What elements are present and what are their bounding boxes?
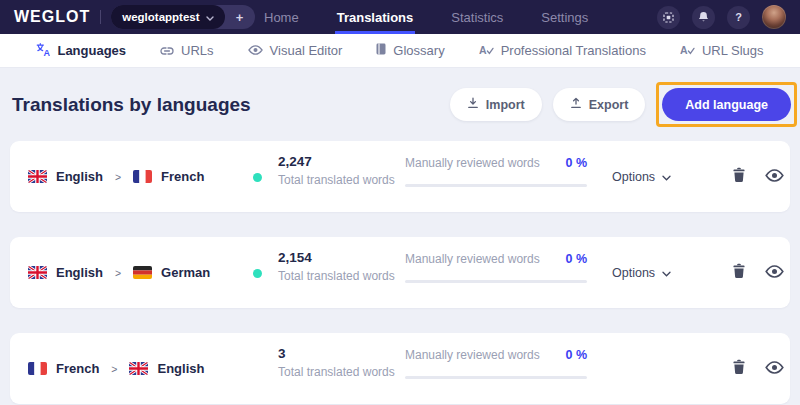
language-pair: English > German <box>28 237 210 308</box>
link-icon <box>160 43 174 58</box>
chevron-down-icon <box>662 170 671 184</box>
book-icon <box>376 43 386 58</box>
flag-uk-icon <box>28 170 47 183</box>
translations-subnav: A Languages URLs Visual Editor Glossary … <box>0 34 800 68</box>
avatar[interactable] <box>762 5 786 29</box>
reviewed-progress-bar <box>405 280 587 283</box>
options-dropdown[interactable]: Options <box>612 141 671 212</box>
flag-fr-icon <box>28 362 47 375</box>
main-content: Translations by languages Import Export … <box>0 68 800 405</box>
svg-text:A: A <box>680 44 688 55</box>
language-rows: English > French 2,247 Total translated … <box>0 141 800 404</box>
export-button[interactable]: Export <box>553 88 646 121</box>
main-nav: Home Translations Statistics Settings <box>264 0 588 34</box>
pair-separator: > <box>115 267 121 279</box>
pair-separator: > <box>115 171 121 183</box>
nav-item-home[interactable]: Home <box>264 0 299 34</box>
language-row-french-english: French > English 3 Total translated word… <box>10 333 790 404</box>
options-label: Options <box>612 170 655 184</box>
view-eye-icon[interactable] <box>765 361 784 377</box>
nav-item-translations[interactable]: Translations <box>337 0 414 34</box>
page-head: Translations by languages Import Export … <box>0 68 800 141</box>
apps-icon[interactable] <box>657 6 680 29</box>
import-icon <box>467 97 479 112</box>
word-count-label: Total translated words <box>278 173 395 187</box>
project-selector[interactable]: weglotapptest + <box>111 5 254 29</box>
reviewed-words: Manually reviewed words 0 % <box>405 252 587 283</box>
toolbar: Import Export Add language <box>450 82 797 127</box>
word-count-label: Total translated words <box>278 269 395 283</box>
flag-uk-icon <box>129 362 148 375</box>
page-title: Translations by languages <box>12 94 251 116</box>
reviewed-progress-bar <box>405 376 587 379</box>
tab-label: URLs <box>181 43 214 58</box>
tab-visual-editor[interactable]: Visual Editor <box>248 43 343 58</box>
target-language: German <box>161 265 210 280</box>
svg-text:A: A <box>44 47 51 55</box>
options-label: Options <box>612 266 655 280</box>
source-language: English <box>56 265 103 280</box>
delete-icon[interactable] <box>732 359 746 378</box>
reviewed-percent: 0 % <box>565 348 587 362</box>
eye-icon <box>248 43 263 58</box>
language-pair: French > English <box>28 333 204 404</box>
word-count: 3 <box>278 346 395 361</box>
header-divider <box>100 10 101 24</box>
language-pair: English > French <box>28 141 204 212</box>
tab-label: Languages <box>57 43 126 58</box>
bell-icon[interactable] <box>692 6 715 29</box>
add-project-button[interactable]: + <box>225 10 255 25</box>
tab-url-slugs[interactable]: A URL Slugs <box>680 43 764 58</box>
flag-de-icon <box>133 266 152 279</box>
chevron-down-icon <box>206 11 214 23</box>
export-icon <box>570 97 582 112</box>
project-name: weglotapptest <box>122 11 199 23</box>
source-language: French <box>56 361 99 376</box>
nav-item-statistics[interactable]: Statistics <box>451 0 503 34</box>
top-header: WEGLOT weglotapptest + Home Translations… <box>0 0 800 34</box>
nav-item-settings[interactable]: Settings <box>541 0 588 34</box>
view-eye-icon[interactable] <box>765 265 784 281</box>
import-button[interactable]: Import <box>450 88 542 121</box>
tab-label: Glossary <box>393 43 444 58</box>
status-dot <box>253 269 262 278</box>
tab-glossary[interactable]: Glossary <box>376 43 444 58</box>
reviewed-words: Manually reviewed words 0 % <box>405 156 587 187</box>
add-language-highlight: Add language <box>656 82 797 127</box>
export-label: Export <box>589 98 629 112</box>
help-icon[interactable]: ? <box>727 6 750 29</box>
translated-words: 2,247 Total translated words <box>278 154 395 187</box>
import-label: Import <box>486 98 525 112</box>
delete-icon[interactable] <box>732 263 746 282</box>
svg-text:A: A <box>479 44 487 55</box>
reviewed-label: Manually reviewed words <box>405 252 540 266</box>
pair-separator: > <box>111 363 117 375</box>
chevron-down-icon <box>662 266 671 280</box>
slug-icon: A <box>680 43 695 58</box>
project-dropdown[interactable]: weglotapptest <box>111 5 224 29</box>
options-dropdown[interactable]: Options <box>612 237 671 308</box>
word-count-label: Total translated words <box>278 365 395 379</box>
tab-urls[interactable]: URLs <box>160 43 214 58</box>
tab-label: Professional Translations <box>501 43 646 58</box>
delete-icon[interactable] <box>732 167 746 186</box>
source-language: English <box>56 169 103 184</box>
word-count: 2,247 <box>278 154 395 169</box>
reviewed-progress-bar <box>405 184 587 187</box>
translate-icon: A <box>36 43 50 59</box>
target-language: French <box>161 169 204 184</box>
header-actions: ? <box>657 5 786 29</box>
tab-label: Visual Editor <box>270 43 343 58</box>
reviewed-label: Manually reviewed words <box>405 348 540 362</box>
add-language-button[interactable]: Add language <box>662 88 791 121</box>
flag-uk-icon <box>28 266 47 279</box>
translated-words: 2,154 Total translated words <box>278 250 395 283</box>
tab-professional-translations[interactable]: A Professional Translations <box>479 43 646 58</box>
pro-translate-icon: A <box>479 43 494 58</box>
target-language: English <box>157 361 204 376</box>
language-row-english-french: English > French 2,247 Total translated … <box>10 141 790 212</box>
reviewed-percent: 0 % <box>565 252 587 266</box>
tab-languages[interactable]: A Languages <box>36 43 126 59</box>
reviewed-percent: 0 % <box>565 156 587 170</box>
view-eye-icon[interactable] <box>765 169 784 185</box>
